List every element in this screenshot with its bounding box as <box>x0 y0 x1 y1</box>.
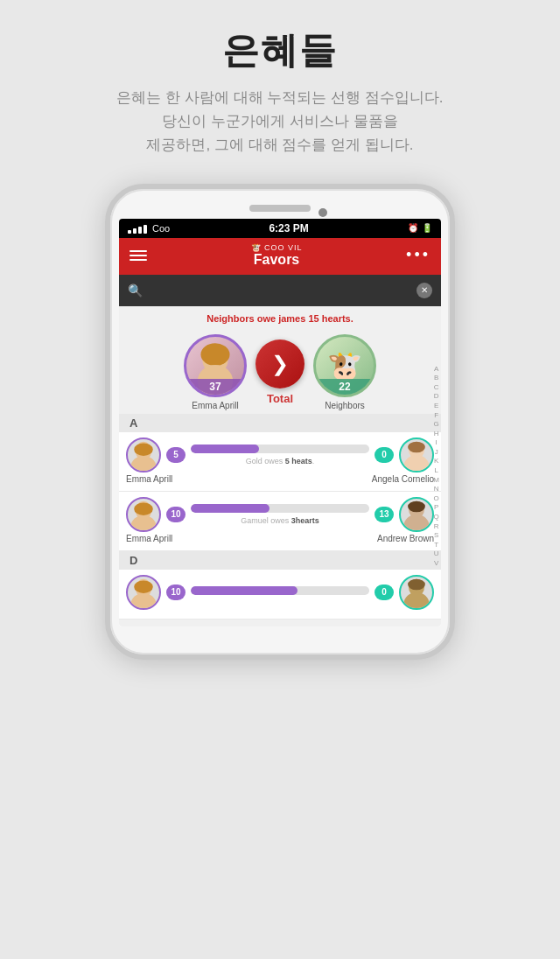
alpha-f[interactable]: F <box>434 411 438 420</box>
alpha-b[interactable]: B <box>434 374 438 382</box>
signal-bar-4 <box>144 225 147 234</box>
signal-bar-3 <box>138 227 142 234</box>
right-score-1: 0 <box>374 447 394 463</box>
progress-section-d1 <box>191 586 369 598</box>
left-avatar-2 <box>126 497 161 532</box>
app-header: 🐮 COO VIL Favors ••• <box>119 238 441 275</box>
right-avatar-d1 <box>399 575 434 610</box>
menu-button[interactable] <box>130 250 147 261</box>
featured-left-score: 37 <box>186 379 244 395</box>
search-input[interactable] <box>150 280 410 301</box>
header-center: 🐮 COO VIL Favors <box>251 243 303 268</box>
summary-text: Neighbors owe james 15 hearts. <box>119 306 441 327</box>
featured-right: 🐮 22 Neighbors <box>313 334 376 410</box>
svg-point-11 <box>131 514 157 531</box>
progress-bar-bg-d1 <box>191 586 369 595</box>
right-avatar-2 <box>399 497 434 532</box>
featured-right-name: Neighbors <box>325 401 365 410</box>
list-item: 10 0 <box>119 570 441 620</box>
svg-point-7 <box>408 441 425 452</box>
right-name-1: Angela Cornelio <box>372 474 434 484</box>
alpha-n[interactable]: N <box>434 485 439 494</box>
right-score-2: 13 <box>374 507 394 522</box>
alpha-r[interactable]: R <box>434 522 439 531</box>
alpha-l[interactable]: L <box>434 466 438 475</box>
search-icon: 🔍 <box>128 284 143 298</box>
row-names-d1 <box>126 610 434 613</box>
section-header-a: A <box>119 414 441 432</box>
carrier-label: Coo <box>152 223 170 234</box>
status-icons: ⏰ 🔋 <box>408 223 432 233</box>
andrew-mini-svg <box>401 497 432 532</box>
status-time: 6:23 PM <box>269 222 308 234</box>
alpha-i[interactable]: I <box>436 438 438 447</box>
alpha-e[interactable]: E <box>434 402 438 410</box>
progress-fill-purple-2 <box>191 504 270 513</box>
alpha-k[interactable]: K <box>434 457 438 466</box>
progress-fill-purple-1 <box>191 444 259 453</box>
alpha-v[interactable]: V <box>434 559 438 568</box>
svg-point-19 <box>408 578 425 590</box>
page-title: 은혜들 <box>222 26 338 75</box>
alpha-h[interactable]: H <box>434 430 439 438</box>
progress-bar-wrap-d1 <box>191 586 369 595</box>
alpha-j[interactable]: J <box>435 448 438 457</box>
right-avatar-1 <box>399 438 434 472</box>
svg-point-14 <box>404 514 430 532</box>
progress-fill-purple-d1 <box>191 586 298 595</box>
progress-bar-bg-2 <box>191 504 369 513</box>
phone-camera <box>318 208 327 217</box>
emma-mini-svg-2 <box>128 497 159 532</box>
app-logo: 🐮 COO VIL <box>251 243 303 252</box>
page-subtitle: 은혜는 한 사람에 대해 누적되는 선행 점수입니다. 당신이 누군가에게 서비… <box>99 86 460 158</box>
alpha-d[interactable]: D <box>434 392 439 401</box>
clock-icon: ⏰ <box>408 223 418 233</box>
signal-bar-1 <box>128 230 131 234</box>
left-score-1: 5 <box>166 447 186 463</box>
search-bar: 🔍 ✕ <box>119 275 441 306</box>
menu-line-1 <box>130 250 147 252</box>
alpha-c[interactable]: C <box>434 383 439 392</box>
search-clear-button[interactable]: ✕ <box>416 283 432 298</box>
alpha-a[interactable]: A <box>434 365 438 374</box>
emma-mini-svg <box>128 438 159 472</box>
alpha-u[interactable]: U <box>434 550 439 558</box>
alpha-m[interactable]: M <box>433 476 439 485</box>
row-info-2: Gamuel owes 3hearts <box>191 516 369 525</box>
featured-left-avatar: 37 <box>184 334 247 397</box>
status-bar: Coo 6:23 PM ⏰ 🔋 <box>119 219 441 238</box>
featured-left-name: Emma Aprill <box>192 401 238 410</box>
featured-right-score: 22 <box>316 379 374 395</box>
alpha-t[interactable]: T <box>434 541 438 550</box>
row-info-1: Gold owes 5 heats. <box>191 457 369 466</box>
right-score-d1: 0 <box>374 584 394 600</box>
featured-left: 37 Emma Aprill <box>184 334 247 410</box>
alpha-p[interactable]: P <box>434 503 438 512</box>
header-title: Favors <box>251 252 303 268</box>
battery-icon: 🔋 <box>422 223 432 233</box>
alpha-s[interactable]: S <box>434 531 438 540</box>
list-item: 5 Gold owes 5 heats. 0 <box>119 432 441 492</box>
alpha-q[interactable]: Q <box>434 513 439 522</box>
more-button[interactable]: ••• <box>406 246 430 264</box>
list-item: 10 Gamuel owes 3hearts 13 <box>119 492 441 551</box>
alpha-g[interactable]: G <box>434 420 439 429</box>
phone-screen: Coo 6:23 PM ⏰ 🔋 🐮 COO VIL Favors ••• <box>119 219 441 626</box>
d1-right-svg <box>401 575 432 610</box>
progress-section-2: Gamuel owes 3hearts <box>191 504 369 525</box>
left-name-1: Emma Aprill <box>126 474 172 484</box>
progress-bar-wrap-2 <box>191 504 369 513</box>
alphabet-index: A B C D E F G H I J K L M N O P Q R S T <box>433 306 439 626</box>
total-arrow-button[interactable]: ❯ <box>256 340 304 388</box>
progress-section-1: Gold owes 5 heats. <box>191 444 369 466</box>
alpha-o[interactable]: O <box>434 494 439 503</box>
left-score-2: 10 <box>166 507 186 522</box>
signal-bar-2 <box>133 228 136 234</box>
phone-speaker <box>249 205 311 212</box>
section-header-d: D <box>119 551 441 570</box>
logo-text: 🐮 COO VIL <box>251 243 303 252</box>
phone-shell: Coo 6:23 PM ⏰ 🔋 🐮 COO VIL Favors ••• <box>105 184 455 660</box>
left-score-d1: 10 <box>166 584 186 600</box>
signal-group: Coo <box>128 223 170 234</box>
svg-point-5 <box>131 455 157 472</box>
